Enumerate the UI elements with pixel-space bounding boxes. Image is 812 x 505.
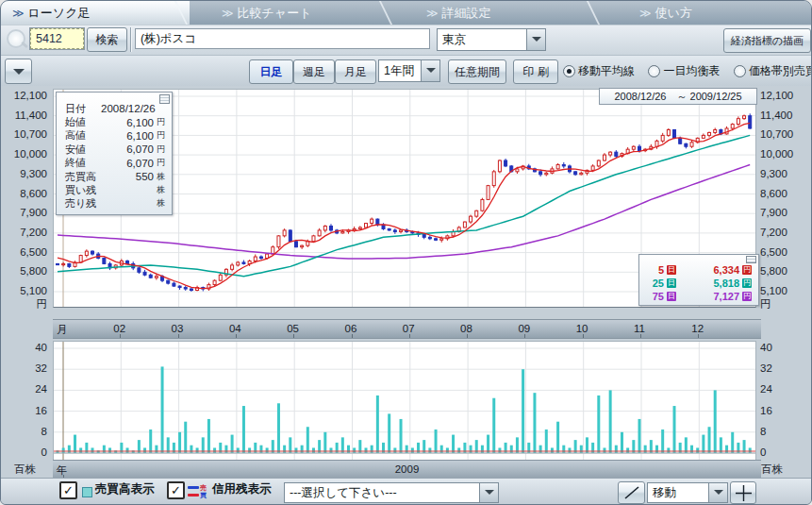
volume-bar (224, 446, 227, 453)
volume-axis-right: 4032241680 (755, 339, 812, 460)
month-tick (524, 334, 525, 338)
volume-swatch-icon (82, 487, 92, 497)
tooltip-row-label: 売買高 (65, 170, 107, 184)
candle-body (615, 152, 618, 156)
tooltip-row-unit: 円 (154, 143, 165, 156)
candle-body (213, 280, 216, 284)
volume-bar (644, 446, 647, 453)
chevron-down-icon[interactable] (526, 29, 545, 50)
price-tick-label: 5,800 (760, 264, 812, 278)
chevron-down-icon[interactable] (421, 60, 439, 81)
price-tick-label: 10,700 (0, 127, 47, 141)
indicator-select[interactable]: ---選択して下さい--- (284, 482, 499, 503)
period-monthly-button[interactable]: 月足 (335, 59, 376, 84)
volume-bar (62, 447, 65, 453)
volume-tick-label: 16 (0, 404, 47, 417)
volume-display-checkbox[interactable]: ✓ (59, 481, 77, 499)
print-button[interactable]: 印 刷 (513, 59, 558, 84)
year-value: 2009 (53, 463, 761, 475)
radio-icon (734, 65, 746, 77)
candle-body (556, 164, 559, 168)
candle-body (143, 272, 146, 275)
volume-bar (376, 396, 379, 453)
volume-bar (196, 447, 199, 453)
candle-body (428, 237, 431, 238)
radio-label: 価格帯別売買高 (749, 63, 812, 79)
stock-name-input[interactable] (135, 28, 430, 49)
expand-panel-button[interactable] (5, 59, 32, 84)
indicator-select-value: ---選択して下さい--- (285, 483, 479, 502)
mode-select-value: 移動 (648, 483, 708, 502)
volume-tick-label: 0 (760, 446, 812, 459)
month-label: 09 (518, 323, 530, 334)
volume-bar (492, 398, 495, 453)
candle-body (632, 146, 635, 149)
tab-how-to-use[interactable]: ≫ 使い方 (590, 1, 812, 25)
economic-indicator-button[interactable]: 経済指標の描画 (723, 28, 811, 53)
volume-bar (353, 447, 356, 453)
volume-bar (470, 446, 472, 453)
candle-body (731, 125, 734, 128)
chevron-down-icon[interactable] (708, 483, 727, 502)
candle-body (667, 129, 670, 135)
credit-balance-checkbox[interactable]: ✓ (167, 481, 185, 499)
mode-select[interactable]: 移動 (647, 482, 728, 503)
chevron-down-icon[interactable] (479, 483, 498, 502)
candle-body (743, 116, 746, 119)
candle-body (126, 261, 129, 263)
volume-bar (510, 446, 513, 453)
candle-body (329, 227, 332, 230)
custom-period-button[interactable]: 任意期間 (448, 59, 506, 84)
candle-body (149, 275, 152, 278)
month-label: 10 (576, 323, 588, 334)
price-tick-label: 8,600 (760, 187, 812, 200)
volume-tick-label: 16 (760, 404, 812, 417)
trendline-tool-button[interactable] (618, 481, 645, 504)
volume-chart-svg[interactable] (54, 342, 755, 460)
tab-candlestick[interactable]: ≫ ローソク足 (1, 1, 190, 25)
ma-value-unit: 円 (742, 292, 752, 301)
tooltip-minimize-icon[interactable] (159, 94, 170, 104)
candle-body (591, 166, 594, 170)
candle-body (714, 129, 717, 132)
price-plot-area[interactable]: 2008/12/26 ～ 2009/12/25 日付2008/12/26始値6,… (53, 89, 756, 308)
candle-body (167, 280, 170, 283)
candle-body (85, 251, 88, 255)
volume-bar (580, 446, 583, 453)
plus-crosshair-icon (736, 485, 752, 501)
tooltip-row-unit: 円 (154, 116, 165, 128)
radio-ichimoku[interactable]: 一目均衡表 (648, 63, 720, 79)
volume-bar (714, 390, 717, 453)
legend-minimize-icon[interactable] (746, 256, 756, 263)
volume-tick-label: 32 (0, 362, 47, 375)
tooltip-row-label: 始値 (65, 115, 107, 129)
market-select[interactable]: 東京 (437, 28, 546, 51)
search-button[interactable]: 検索 (87, 27, 127, 52)
radio-volume-by-price[interactable]: 価格帯別売買高 (734, 63, 812, 79)
tab-label: 使い方 (655, 5, 692, 22)
period-daily-button[interactable]: 日足 (249, 59, 293, 84)
radio-moving-average[interactable]: 移動平均線 (563, 63, 635, 79)
month-tick (293, 334, 294, 338)
volume-tick-label: 8 (0, 425, 47, 438)
volume-plot-area[interactable] (53, 341, 756, 461)
volume-axis-left: 4032241680 (1, 339, 53, 460)
volume-bar (452, 435, 455, 453)
candle-body (190, 289, 192, 290)
candle-body (505, 160, 507, 166)
price-tick-label: 11,400 (760, 109, 812, 122)
ma-value: 5,818 (676, 278, 739, 289)
volume-bar (91, 447, 94, 453)
candle-body (749, 116, 752, 128)
volume-bar (667, 447, 670, 453)
stock-code-input[interactable] (30, 28, 84, 49)
month-label: 02 (113, 323, 125, 334)
crosshair-button[interactable] (730, 481, 756, 504)
price-tick-label: 12,100 (760, 89, 812, 102)
candle-body (254, 257, 257, 261)
buy-line-icon (188, 494, 199, 497)
period-weekly-button[interactable]: 週足 (293, 59, 335, 84)
volume-bar (457, 447, 460, 453)
range-select[interactable]: 1年間 (378, 59, 440, 82)
volume-bar (365, 447, 368, 453)
